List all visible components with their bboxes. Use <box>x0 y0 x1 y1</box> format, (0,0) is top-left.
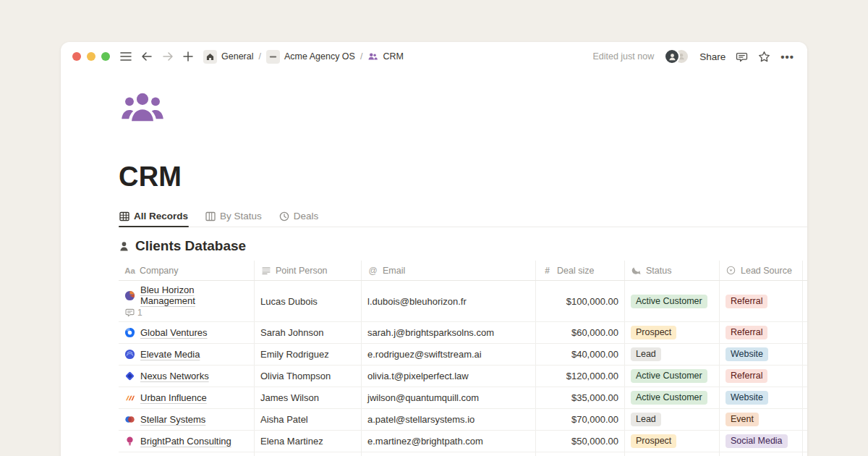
point-person-cell[interactable]: Elena Martinez <box>255 431 362 452</box>
more-options-icon[interactable]: ••• <box>780 51 794 63</box>
window-topbar: General / Acme Agency OS / CRM Edited ju… <box>61 42 807 71</box>
breadcrumb-item-crm[interactable]: CRM <box>383 51 403 62</box>
lead-source-cell[interactable]: Social Media <box>720 431 803 452</box>
company-name[interactable]: Global Ventures <box>140 327 208 338</box>
column-header-company[interactable]: AaCompany <box>119 261 255 280</box>
point-person-cell[interactable]: Lucas Dubois <box>255 281 362 321</box>
deal-size-cell[interactable]: $40,000.00 <box>536 344 625 365</box>
dash-icon[interactable] <box>266 50 280 64</box>
home-icon[interactable] <box>203 50 217 64</box>
deal-size-cell[interactable]: $100,000.00 <box>536 281 625 321</box>
column-header-source[interactable]: Lead Source <box>720 261 803 280</box>
point-person-cell[interactable]: Olivia Thompson <box>255 366 362 387</box>
column-header-person[interactable]: Point Person <box>255 261 362 280</box>
status-cell[interactable]: Active Customer <box>625 366 720 387</box>
company-name[interactable]: Nexus Networks <box>140 371 209 381</box>
lead-source-cell[interactable]: Website <box>720 387 803 408</box>
email-cell[interactable]: e.rodriguez@swiftstream.ai <box>362 344 536 365</box>
collaborator-avatars[interactable] <box>664 48 689 64</box>
status-badge: Prospect <box>631 326 676 339</box>
email-cell[interactable]: sarah.j@brightsparksolns.com <box>362 322 536 343</box>
company-cell[interactable]: Global Ventures <box>119 322 255 343</box>
table-row: BrightPath ConsultingElena Martineze.mar… <box>119 431 807 452</box>
table-row: Nexus NetworksOlivia Thompsonolivia.t@pi… <box>119 366 807 387</box>
status-property-icon <box>631 266 642 275</box>
minimize-window-button[interactable] <box>87 52 95 61</box>
status-badge: Lead <box>631 347 661 361</box>
deal-size-cell[interactable]: $35,000.00 <box>536 387 625 408</box>
comment-count[interactable]: 1 <box>125 308 142 318</box>
lead-source-cell[interactable]: Event <box>720 409 803 430</box>
point-person-cell[interactable]: Aisha Patel <box>255 409 362 430</box>
status-cell[interactable]: Active Customer <box>625 452 720 456</box>
tab-label: By Status <box>220 211 262 221</box>
company-cell[interactable]: Vertex Innovations <box>119 452 255 456</box>
status-cell[interactable]: Active Customer <box>625 281 720 321</box>
point-person-cell[interactable]: Sarah Johnson <box>255 322 362 343</box>
company-cell[interactable]: Nexus Networks <box>119 366 255 387</box>
company-name[interactable]: BrightPath Consulting <box>140 436 231 447</box>
menu-icon[interactable] <box>120 51 132 62</box>
tab-by-status[interactable]: By Status <box>205 208 263 227</box>
tab-label: All Records <box>134 211 188 221</box>
company-name[interactable]: Bleu Horizon Management <box>140 284 248 306</box>
breadcrumb-item-workspace[interactable]: Acme Agency OS <box>284 51 355 62</box>
email-cell[interactable]: a.patel@stellarsystems.io <box>362 409 536 430</box>
column-header-deal[interactable]: #Deal size <box>536 261 625 280</box>
favorite-star-icon[interactable] <box>758 51 770 63</box>
lead-source-cell[interactable]: Referral <box>720 322 803 343</box>
company-name[interactable]: Elevate Media <box>140 349 200 360</box>
tab-all-records[interactable]: All Records <box>119 208 189 227</box>
back-icon[interactable] <box>141 51 153 62</box>
email-cell[interactable]: jwilson@quantumquill.com <box>362 387 536 408</box>
table-header-row: AaCompanyPoint Person@Email#Deal sizeSta… <box>119 261 807 281</box>
lead-source-badge: Website <box>726 391 768 405</box>
close-window-button[interactable] <box>72 52 81 61</box>
company-name[interactable]: Stellar Systems <box>140 414 205 425</box>
comments-icon[interactable] <box>736 51 748 63</box>
breadcrumb-item-general[interactable]: General <box>221 51 253 62</box>
status-cell[interactable]: Lead <box>625 409 720 430</box>
database-title[interactable]: Clients Database <box>135 238 246 254</box>
point-person-cell[interactable]: Jenn Whitmore <box>255 452 362 456</box>
share-button[interactable]: Share <box>699 51 726 62</box>
deal-size-cell[interactable]: $60,000.00 <box>536 322 625 343</box>
column-label: Deal size <box>557 266 594 276</box>
company-cell[interactable]: Bleu Horizon Management1 <box>119 281 255 321</box>
email-cell[interactable]: l.dubois@bleuhorizon.fr <box>362 281 536 321</box>
deal-size-cell[interactable]: $45,000.00 <box>536 452 625 456</box>
new-page-icon[interactable] <box>183 51 193 62</box>
status-cell[interactable]: Prospect <box>625 322 720 343</box>
email-cell[interactable]: e.martinez@brightpath.com <box>362 431 536 452</box>
column-label: Email <box>383 266 405 276</box>
column-label: Lead Source <box>741 266 792 276</box>
point-person-cell[interactable]: James Wilson <box>255 387 362 408</box>
deal-size-cell[interactable]: $120,000.00 <box>536 366 625 387</box>
company-cell[interactable]: Urban Influence <box>119 387 255 408</box>
deal-size-cell[interactable]: $70,000.00 <box>536 409 625 430</box>
clients-table: AaCompanyPoint Person@Email#Deal sizeSta… <box>119 261 807 456</box>
company-name[interactable]: Urban Influence <box>140 392 207 403</box>
column-header-email[interactable]: @Email <box>362 261 536 280</box>
zoom-window-button[interactable] <box>101 52 110 61</box>
forward-icon[interactable] <box>162 51 174 62</box>
lead-source-cell[interactable]: Referral <box>720 366 803 387</box>
page-icon-people-group[interactable] <box>119 90 166 124</box>
lead-source-cell[interactable]: Referral <box>720 452 803 456</box>
email-cell[interactable]: jenn@vertexinnov.io <box>362 452 536 456</box>
deal-size-cell[interactable]: $50,000.00 <box>536 431 625 452</box>
company-cell[interactable]: Stellar Systems <box>119 409 255 430</box>
point-person-cell[interactable]: Emily Rodriguez <box>255 344 362 365</box>
table-icon <box>119 211 129 221</box>
status-cell[interactable]: Prospect <box>625 431 720 452</box>
email-cell[interactable]: olivia.t@pixelperfect.law <box>362 366 536 387</box>
company-cell[interactable]: Elevate Media <box>119 344 255 365</box>
status-cell[interactable]: Active Customer <box>625 387 720 408</box>
status-cell[interactable]: Lead <box>625 344 720 365</box>
tab-deals[interactable]: Deals <box>278 208 320 227</box>
tab-label: Deals <box>294 211 319 221</box>
lead-source-cell[interactable]: Website <box>720 344 803 365</box>
company-cell[interactable]: BrightPath Consulting <box>119 431 255 452</box>
lead-source-cell[interactable]: Referral <box>720 281 803 321</box>
column-header-status[interactable]: Status <box>625 261 720 280</box>
